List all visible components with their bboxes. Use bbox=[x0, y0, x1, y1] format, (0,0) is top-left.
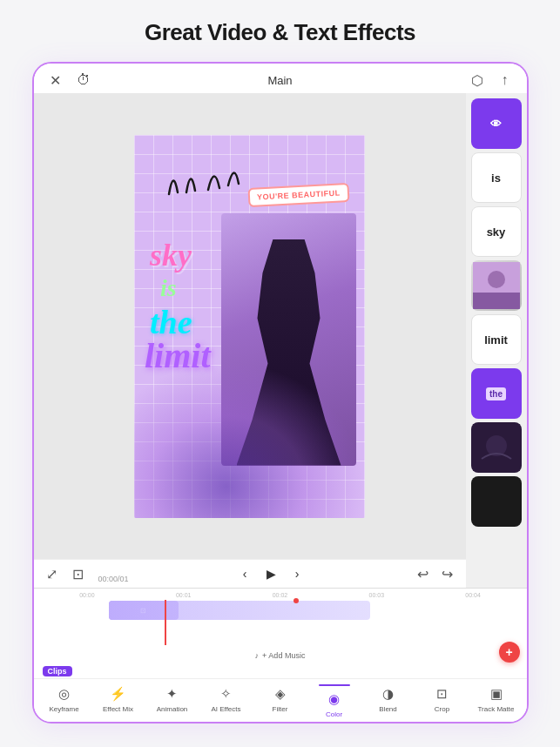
panel-item-the[interactable]: the bbox=[471, 368, 522, 419]
blend-label: Blend bbox=[379, 705, 396, 713]
blend-icon: ◑ bbox=[379, 684, 398, 703]
dark-photo-thumb bbox=[473, 424, 520, 471]
animation-icon: ✦ bbox=[163, 684, 182, 703]
top-bar-left: ✕ ⏱ bbox=[46, 71, 93, 90]
toolbar-item-ai-effects[interactable]: ✧ AI Effects bbox=[207, 684, 246, 713]
panel-item-limit[interactable]: limit bbox=[471, 314, 522, 365]
play-controls: ‹ ▶ › bbox=[234, 563, 307, 584]
toolbar-item-filter[interactable]: ◈ Filter bbox=[261, 684, 300, 713]
panel-item-dark-photo[interactable] bbox=[471, 422, 522, 473]
redo-button[interactable]: ↪ bbox=[437, 564, 456, 583]
crop-label: Crop bbox=[435, 705, 449, 713]
svg-point-1 bbox=[488, 271, 505, 288]
toolbar-item-effect-mix[interactable]: ⚡ Effect Mix bbox=[99, 684, 138, 713]
time-markers: 00:00 00:01 00:02 00:03 00:04 bbox=[34, 592, 527, 598]
color-label: Color bbox=[326, 710, 342, 718]
track-row-video: ⊡ bbox=[39, 600, 522, 621]
panel-item-photo[interactable] bbox=[471, 260, 522, 311]
toolbar-item-blend[interactable]: ◑ Blend bbox=[369, 684, 408, 713]
ai-effects-icon: ✧ bbox=[217, 684, 236, 703]
export-icon: ↑ bbox=[502, 72, 509, 88]
toolbar-item-track-matte[interactable]: ▣ Track Matte bbox=[477, 684, 516, 713]
clips-badge[interactable]: Clips bbox=[43, 666, 72, 676]
panel-text-is: is bbox=[491, 172, 501, 185]
color-icon: ◉ bbox=[325, 690, 344, 709]
animation-label: Animation bbox=[157, 705, 188, 713]
device-frame: ✕ ⏱ Main ⬡ ↑ bbox=[32, 62, 529, 723]
project-title: Main bbox=[267, 74, 292, 87]
keyframe-label: Keyframe bbox=[49, 705, 78, 713]
playhead[interactable] bbox=[165, 600, 166, 645]
clip-purple[interactable] bbox=[109, 601, 370, 620]
toolbar-item-color[interactable]: ◉ Color bbox=[315, 684, 354, 718]
panel-text-limit: limit bbox=[484, 333, 508, 347]
eye-icon: 👁 bbox=[490, 118, 502, 131]
filter-label: Filter bbox=[273, 705, 288, 713]
panel-item-eye[interactable]: 👁 bbox=[471, 98, 522, 149]
canvas-container: YOU'RE BEAUTIFUL sky is the limit bbox=[34, 93, 466, 588]
canvas-text-is: is bbox=[160, 276, 177, 300]
music-icon: ♪ bbox=[255, 651, 260, 660]
canvas-bottom-left: ⤢ ⊡ 00:00/01 bbox=[43, 564, 129, 583]
toolbar-item-keyframe[interactable]: ◎ Keyframe bbox=[45, 684, 84, 713]
forward-button[interactable]: › bbox=[287, 563, 307, 584]
galaxy-overlay bbox=[134, 361, 365, 518]
editor-area: YOU'RE BEAUTIFUL sky is the limit bbox=[34, 93, 527, 588]
track-matte-icon: ▣ bbox=[487, 684, 506, 703]
panel-text-the: the bbox=[486, 387, 506, 400]
effect-mix-label: Effect Mix bbox=[103, 705, 133, 713]
right-panel: 👁 is sky limit bbox=[466, 93, 527, 588]
play-button[interactable]: ▶ bbox=[260, 563, 281, 584]
screenshot-button[interactable]: ⊡ bbox=[69, 564, 88, 583]
top-bar: ✕ ⏱ Main ⬡ ↑ bbox=[34, 64, 527, 93]
undo-button[interactable]: ↩ bbox=[413, 564, 432, 583]
fullscreen-button[interactable]: ⤢ bbox=[43, 564, 62, 583]
time-display: 00:00/01 bbox=[98, 575, 129, 583]
close-button[interactable]: ✕ bbox=[46, 71, 65, 90]
rewind-button[interactable]: ‹ bbox=[234, 563, 255, 584]
panel-item-black[interactable] bbox=[471, 476, 522, 527]
track-matte-label: Track Matte bbox=[478, 705, 515, 713]
canvas-controls: ⤢ ⊡ 00:00/01 ‹ ▶ › ↩ ↪ bbox=[34, 559, 466, 588]
panel-text-sky: sky bbox=[487, 225, 506, 239]
ai-effects-label: AI Effects bbox=[211, 705, 240, 713]
playhead-cursor bbox=[293, 598, 299, 603]
canvas-text-sky: sky bbox=[150, 239, 192, 271]
top-bar-right: ⬡ ↑ bbox=[468, 71, 515, 90]
time-marker-1: 00:01 bbox=[135, 592, 232, 598]
svg-rect-2 bbox=[473, 293, 520, 309]
timer-button[interactable]: ⏱ bbox=[74, 71, 93, 90]
close-icon: ✕ bbox=[50, 72, 61, 89]
panel-item-sky[interactable]: sky bbox=[471, 206, 522, 257]
timer-icon: ⏱ bbox=[77, 72, 91, 88]
layers-icon: ⬡ bbox=[471, 72, 483, 89]
timeline-tracks[interactable]: ⊡ bbox=[34, 600, 527, 645]
bottom-toolbar: ◎ Keyframe ⚡ Effect Mix ✦ Animation ✧ AI… bbox=[34, 678, 527, 722]
time-marker-2: 00:02 bbox=[232, 592, 328, 598]
toolbar-items: ◎ Keyframe ⚡ Effect Mix ✦ Animation ✧ AI… bbox=[37, 684, 523, 718]
keyframe-icon: ◎ bbox=[55, 684, 74, 703]
panel-item-is[interactable]: is bbox=[471, 152, 522, 203]
canvas-bottom-right: ↩ ↪ bbox=[413, 564, 456, 583]
timeline-area: 00:00 00:01 00:02 00:03 00:04 ⊡ ♪ + Add … bbox=[34, 588, 527, 678]
add-clip-button[interactable]: + bbox=[499, 642, 520, 663]
time-marker-0: 00:00 bbox=[39, 592, 136, 598]
layers-button[interactable]: ⬡ bbox=[468, 71, 487, 90]
filter-icon: ◈ bbox=[271, 684, 290, 703]
active-indicator bbox=[319, 684, 350, 686]
clips-tab-row: Clips bbox=[34, 664, 527, 678]
page-title: Great Video & Text Effects bbox=[145, 19, 415, 46]
time-marker-4: 00:04 bbox=[425, 592, 522, 598]
canvas-wrapper[interactable]: YOU'RE BEAUTIFUL sky is the limit bbox=[34, 93, 466, 559]
toolbar-item-crop[interactable]: ⊡ Crop bbox=[423, 684, 462, 713]
export-button[interactable]: ↑ bbox=[496, 71, 515, 90]
add-music-label: + Add Music bbox=[262, 651, 305, 660]
time-marker-3: 00:03 bbox=[328, 592, 425, 598]
photo-thumb bbox=[473, 262, 520, 309]
video-canvas[interactable]: YOU'RE BEAUTIFUL sky is the limit bbox=[134, 135, 365, 518]
add-music-bar[interactable]: ♪ + Add Music + bbox=[34, 647, 527, 664]
crop-icon: ⊡ bbox=[433, 684, 452, 703]
effect-mix-icon: ⚡ bbox=[109, 684, 128, 703]
canvas-text-the: the bbox=[150, 306, 192, 339]
toolbar-item-animation[interactable]: ✦ Animation bbox=[153, 684, 192, 713]
